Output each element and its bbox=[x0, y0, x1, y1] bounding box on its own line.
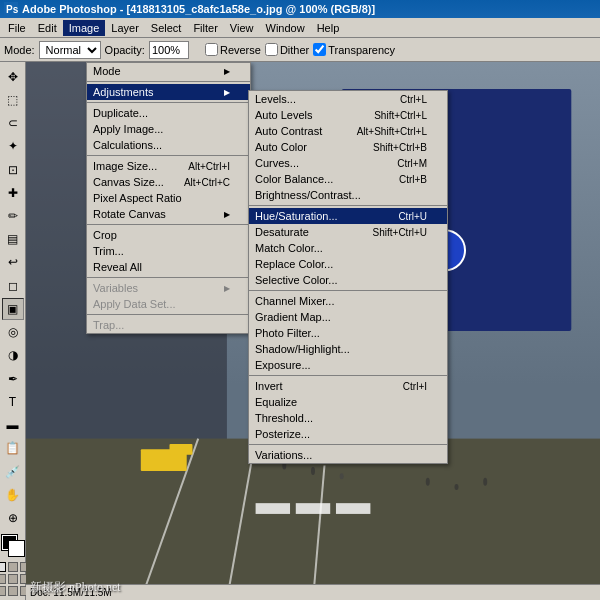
adjustments-menu: Levels... Ctrl+L Auto Levels Shift+Ctrl+… bbox=[248, 90, 448, 464]
panel-icon-8[interactable] bbox=[8, 586, 18, 596]
eraser-icon: ◻ bbox=[8, 279, 18, 293]
move-tool[interactable] bbox=[2, 66, 24, 87]
menu-item-calculations[interactable]: Calculations... bbox=[87, 137, 250, 153]
svg-text:Ps: Ps bbox=[6, 4, 18, 15]
menu-item-canvas-size[interactable]: Canvas Size... Alt+Ctrl+C bbox=[87, 174, 250, 190]
menu-item-pixel-aspect-ratio[interactable]: Pixel Aspect Ratio bbox=[87, 190, 250, 206]
brush-icon: ✏ bbox=[8, 209, 18, 223]
eyedropper-tool[interactable]: 💉 bbox=[2, 461, 24, 482]
adj-exposure[interactable]: Exposure... bbox=[249, 357, 447, 373]
menu-filter[interactable]: Filter bbox=[187, 20, 223, 36]
svg-point-19 bbox=[426, 478, 430, 486]
adj-desaturate[interactable]: Desaturate Shift+Ctrl+U bbox=[249, 224, 447, 240]
notes-tool[interactable]: 📋 bbox=[2, 438, 24, 459]
gradient-icon: ▣ bbox=[7, 302, 18, 316]
adj-auto-color[interactable]: Auto Color Shift+Ctrl+B bbox=[249, 139, 447, 155]
magic-wand-icon: ✦ bbox=[8, 139, 18, 153]
menu-layer[interactable]: Layer bbox=[105, 20, 145, 36]
menu-item-trap[interactable]: Trap... bbox=[87, 317, 250, 333]
menu-view[interactable]: View bbox=[224, 20, 260, 36]
panel-icon-7[interactable] bbox=[0, 586, 6, 596]
mode-label: Mode: bbox=[4, 44, 35, 56]
blur-tool[interactable]: ◎ bbox=[2, 322, 24, 343]
pen-tool[interactable]: ✒ bbox=[2, 368, 24, 389]
menu-help[interactable]: Help bbox=[311, 20, 346, 36]
menu-edit[interactable]: Edit bbox=[32, 20, 63, 36]
history-brush-tool[interactable]: ↩ bbox=[2, 252, 24, 273]
menu-item-image-size[interactable]: Image Size... Alt+Ctrl+I bbox=[87, 158, 250, 174]
adj-shadow-highlight[interactable]: Shadow/Highlight... bbox=[249, 341, 447, 357]
separator bbox=[249, 444, 447, 445]
adj-variations[interactable]: Variations... bbox=[249, 447, 447, 463]
brush-tool[interactable]: ✏ bbox=[2, 205, 24, 226]
adj-threshold[interactable]: Threshold... bbox=[249, 410, 447, 426]
menu-item-trim[interactable]: Trim... bbox=[87, 243, 250, 259]
menu-item-crop[interactable]: Crop bbox=[87, 227, 250, 243]
adj-photo-filter[interactable]: Photo Filter... bbox=[249, 325, 447, 341]
heal-tool[interactable]: ✚ bbox=[2, 182, 24, 203]
menu-item-variables[interactable]: Variables bbox=[87, 280, 250, 296]
dodge-tool[interactable]: ◑ bbox=[2, 345, 24, 366]
panel-icon-5[interactable] bbox=[8, 574, 18, 584]
dither-checkbox[interactable] bbox=[265, 43, 278, 56]
transparency-checkbox[interactable] bbox=[313, 43, 326, 56]
menu-item-rotate-canvas[interactable]: Rotate Canvas bbox=[87, 206, 250, 222]
magic-wand-tool[interactable]: ✦ bbox=[2, 136, 24, 157]
adj-auto-contrast[interactable]: Auto Contrast Alt+Shift+Ctrl+L bbox=[249, 123, 447, 139]
adj-auto-levels[interactable]: Auto Levels Shift+Ctrl+L bbox=[249, 107, 447, 123]
eyedropper-icon: 💉 bbox=[5, 465, 20, 479]
adj-selective-color[interactable]: Selective Color... bbox=[249, 272, 447, 288]
heal-icon: ✚ bbox=[8, 186, 18, 200]
adj-color-balance[interactable]: Color Balance... Ctrl+B bbox=[249, 171, 447, 187]
adj-match-color[interactable]: Match Color... bbox=[249, 240, 447, 256]
adj-invert[interactable]: Invert Ctrl+I bbox=[249, 378, 447, 394]
zoom-tool[interactable]: ⊕ bbox=[2, 507, 24, 528]
marquee-tool[interactable]: ⬚ bbox=[2, 89, 24, 110]
hand-tool[interactable]: ✋ bbox=[2, 484, 24, 505]
adj-equalize[interactable]: Equalize bbox=[249, 394, 447, 410]
shape-tool[interactable]: ▬ bbox=[2, 415, 24, 436]
reverse-label: Reverse bbox=[220, 44, 261, 56]
adj-gradient-map[interactable]: Gradient Map... bbox=[249, 309, 447, 325]
panel-icon-1[interactable] bbox=[0, 562, 6, 572]
lasso-tool[interactable]: ⊂ bbox=[2, 112, 24, 133]
panel-icon-2[interactable] bbox=[8, 562, 18, 572]
color-picker[interactable] bbox=[2, 535, 24, 556]
adj-posterize[interactable]: Posterize... bbox=[249, 426, 447, 442]
menu-window[interactable]: Window bbox=[260, 20, 311, 36]
menu-image[interactable]: Image bbox=[63, 20, 106, 36]
menu-item-reveal-all[interactable]: Reveal All bbox=[87, 259, 250, 275]
title-text: Adobe Photoshop - [418813105_c8afc1a58e_… bbox=[22, 3, 375, 15]
svg-point-17 bbox=[311, 467, 315, 475]
menu-item-adjustments[interactable]: Adjustments bbox=[87, 84, 250, 100]
adj-brightness-contrast[interactable]: Brightness/Contrast... bbox=[249, 187, 447, 203]
opacity-input[interactable] bbox=[149, 41, 189, 59]
status-text: Doc: 11.5M/11.5M bbox=[30, 587, 112, 598]
panel-icon-4[interactable] bbox=[0, 574, 6, 584]
mode-select[interactable]: Normal bbox=[39, 41, 101, 59]
menu-item-apply-image[interactable]: Apply Image... bbox=[87, 121, 250, 137]
adj-replace-color[interactable]: Replace Color... bbox=[249, 256, 447, 272]
menu-item-duplicate[interactable]: Duplicate... bbox=[87, 105, 250, 121]
gradient-tool[interactable]: ▣ bbox=[2, 298, 24, 319]
eraser-tool[interactable]: ◻ bbox=[2, 275, 24, 296]
adj-hue-saturation[interactable]: Hue/Saturation... Ctrl+U bbox=[249, 208, 447, 224]
separator bbox=[87, 102, 250, 103]
crop-tool[interactable]: ⊡ bbox=[2, 159, 24, 180]
separator bbox=[87, 314, 250, 315]
dither-label: Dither bbox=[280, 44, 309, 56]
adj-curves[interactable]: Curves... Ctrl+M bbox=[249, 155, 447, 171]
stamp-tool[interactable]: ▤ bbox=[2, 229, 24, 250]
title-bar: Ps Adobe Photoshop - [418813105_c8afc1a5… bbox=[0, 0, 600, 18]
menu-select[interactable]: Select bbox=[145, 20, 188, 36]
menu-item-apply-data-set[interactable]: Apply Data Set... bbox=[87, 296, 250, 312]
reverse-checkbox[interactable] bbox=[205, 43, 218, 56]
separator bbox=[249, 290, 447, 291]
background-color[interactable] bbox=[9, 541, 24, 556]
menu-file[interactable]: File bbox=[2, 20, 32, 36]
adj-channel-mixer[interactable]: Channel Mixer... bbox=[249, 293, 447, 309]
type-tool[interactable]: T bbox=[2, 391, 24, 412]
separator bbox=[87, 155, 250, 156]
menu-item-mode[interactable]: Mode bbox=[87, 63, 250, 79]
adj-levels[interactable]: Levels... Ctrl+L bbox=[249, 91, 447, 107]
